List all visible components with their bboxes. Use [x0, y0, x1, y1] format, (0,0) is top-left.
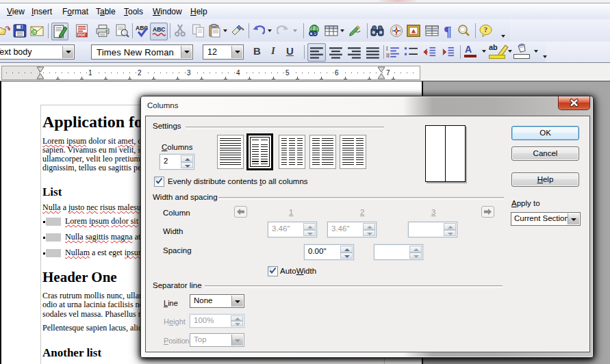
svg-text:ABC: ABC: [153, 26, 165, 33]
svg-text:I: I: [386, 46, 388, 52]
svg-text:?: ?: [484, 26, 487, 34]
svg-text:II: II: [386, 53, 390, 59]
svg-text:PDF: PDF: [78, 33, 86, 37]
